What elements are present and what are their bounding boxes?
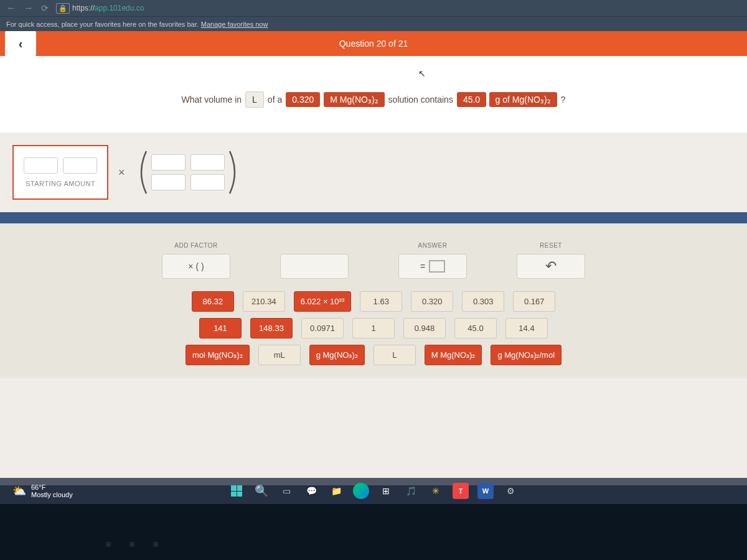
- unit-pill-L: L: [245, 91, 264, 108]
- value-pill-molarity: 0.320: [286, 92, 320, 107]
- starting-amount-box[interactable]: STARTING AMOUNT: [12, 145, 108, 200]
- back-button[interactable]: ‹: [5, 31, 36, 56]
- spacer-label: [313, 242, 315, 249]
- question-header: ‹ Question 20 of 21: [0, 31, 747, 56]
- tile-210-34[interactable]: 210.34: [243, 291, 285, 312]
- question-text-1: What volume in: [182, 95, 242, 105]
- factor-display[interactable]: [280, 254, 349, 279]
- mass-unit-pill: g of Mg(NO₃)₂: [489, 92, 557, 107]
- starting-unit-slot[interactable]: [63, 157, 97, 174]
- browser-toolbar: ← → ⟳ 🔒 https://app.101edu.co: [0, 0, 747, 16]
- question-counter: Question 20 of 21: [339, 39, 408, 49]
- back-arrow-icon[interactable]: ←: [6, 2, 16, 14]
- denominator-value-slot[interactable]: [151, 174, 186, 190]
- weather-condition: Mostly cloudy: [31, 491, 73, 498]
- weather-widget[interactable]: ⛅ 66°F Mostly cloudy: [12, 483, 73, 498]
- tile-0-167[interactable]: 0.167: [513, 291, 555, 312]
- add-factor-label: ADD FACTOR: [174, 242, 217, 249]
- desk-area: [0, 504, 747, 560]
- tile-g-mg-no-mol[interactable]: g Mg(NO₃)₂/mol: [491, 345, 561, 365]
- search-icon[interactable]: 🔍: [253, 483, 270, 499]
- tile-bank: 86.32210.346.022 × 10²³1.630.3200.3030.1…: [25, 291, 722, 365]
- forward-arrow-icon[interactable]: →: [24, 2, 34, 14]
- explorer-icon[interactable]: 📁: [328, 483, 344, 499]
- question-text-2: of a: [268, 95, 282, 105]
- tile-row-1: 86.32210.346.022 × 10²³1.630.3200.3030.1…: [192, 291, 555, 312]
- tile-148-33[interactable]: 148.33: [250, 318, 293, 338]
- undo-icon: ↶: [545, 258, 557, 274]
- tile-mol-mg-no-[interactable]: mol Mg(NO₃)₂: [186, 345, 250, 365]
- address-bar[interactable]: 🔒 https://app.101edu.co: [56, 3, 144, 14]
- tile-m-mg-no-[interactable]: M Mg(NO₃)₂: [425, 345, 482, 365]
- tile-45-0[interactable]: 45.0: [454, 318, 497, 338]
- starting-value-slot[interactable]: [24, 157, 58, 174]
- compound-pill: M Mg(NO₃)₂: [324, 92, 384, 107]
- temperature: 66°F: [31, 483, 73, 491]
- chat-icon[interactable]: 💬: [303, 483, 319, 499]
- cursor-icon: ↖: [418, 68, 426, 78]
- left-paren-icon: [135, 150, 149, 195]
- numerator-unit-slot[interactable]: [190, 154, 225, 170]
- manage-favorites-link[interactable]: Manage favorites now: [201, 21, 268, 28]
- tile-ml[interactable]: mL: [258, 345, 301, 365]
- answer-box[interactable]: =: [398, 254, 467, 279]
- tile-1[interactable]: 1: [352, 318, 395, 338]
- start-icon[interactable]: [228, 483, 245, 499]
- tile-row-2: 141148.330.097110.94845.014.4: [199, 318, 548, 338]
- numerator-value-slot[interactable]: [151, 154, 186, 170]
- task-view-icon[interactable]: ▭: [278, 483, 294, 499]
- tile-row-3: mol Mg(NO₃)₂mLg Mg(NO₃)₂LM Mg(NO₃)₂g Mg(…: [186, 345, 561, 365]
- weather-icon: ⛅: [12, 484, 26, 498]
- edge-icon[interactable]: [353, 483, 369, 499]
- starting-amount-label: STARTING AMOUNT: [26, 180, 95, 187]
- tile-6-022-10-[interactable]: 6.022 × 10²³: [294, 291, 351, 312]
- tile-1-63[interactable]: 1.63: [360, 291, 402, 312]
- question-text-4: ?: [561, 95, 566, 105]
- conversion-factor[interactable]: [135, 150, 241, 195]
- tile-l[interactable]: L: [374, 345, 416, 365]
- app-icon-1[interactable]: 🎵: [403, 483, 419, 499]
- store-icon[interactable]: ⊞: [378, 483, 394, 499]
- add-factor-button[interactable]: × ( ): [162, 254, 230, 279]
- right-paren-icon: [227, 150, 241, 195]
- tile-0-948[interactable]: 0.948: [403, 318, 446, 338]
- equation-workspace: STARTING AMOUNT ×: [0, 133, 747, 212]
- keyboard-edge: ⊞⊞⊞: [106, 541, 158, 548]
- value-pill-mass: 45.0: [457, 92, 486, 107]
- favorites-bar: For quick access, place your favorites h…: [0, 16, 747, 31]
- url-text: https://app.101edu.co: [72, 4, 144, 12]
- question-prompt: ↖ What volume in L of a 0.320 M Mg(NO₃)₂…: [0, 56, 747, 133]
- app-container: ‹ Question 20 of 21 ↖ What volume in L o…: [0, 31, 747, 485]
- reset-button[interactable]: ↶: [517, 254, 585, 279]
- question-text-3: solution contains: [388, 95, 453, 105]
- reset-label: RESET: [540, 242, 562, 249]
- tile-0-320[interactable]: 0.320: [411, 291, 453, 312]
- app-icon-3[interactable]: T: [453, 483, 469, 499]
- multiply-icon: ×: [118, 166, 125, 179]
- tile-0-0971[interactable]: 0.0971: [301, 318, 344, 338]
- tile-0-303[interactable]: 0.303: [462, 291, 504, 312]
- lock-icon: 🔒: [56, 3, 70, 14]
- denominator-unit-slot[interactable]: [190, 174, 225, 190]
- tile-14-4[interactable]: 14.4: [505, 318, 548, 338]
- word-icon[interactable]: W: [477, 483, 494, 499]
- refresh-icon[interactable]: ⟳: [41, 3, 49, 13]
- answer-slot[interactable]: [429, 260, 445, 273]
- app-icon-2[interactable]: ✳: [428, 483, 444, 499]
- tile-86-32[interactable]: 86.32: [192, 291, 234, 312]
- tile-141[interactable]: 141: [199, 318, 242, 338]
- settings-icon[interactable]: ⚙: [502, 483, 519, 499]
- favorites-hint: For quick access, place your favorites h…: [6, 21, 199, 28]
- divider-bar: [0, 212, 747, 223]
- tile-g-mg-no-[interactable]: g Mg(NO₃)₂: [309, 345, 365, 365]
- answer-label: ANSWER: [418, 242, 448, 249]
- windows-taskbar[interactable]: ⛅ 66°F Mostly cloudy 🔍 ▭ 💬 📁 ⊞ 🎵 ✳ T W ⚙: [0, 478, 747, 504]
- taskbar-icons: 🔍 ▭ 💬 📁 ⊞ 🎵 ✳ T W ⚙: [228, 483, 519, 499]
- controls-panel: ADD FACTOR × ( ) ANSWER = RESET ↶: [0, 223, 747, 378]
- equals-icon: =: [420, 261, 425, 271]
